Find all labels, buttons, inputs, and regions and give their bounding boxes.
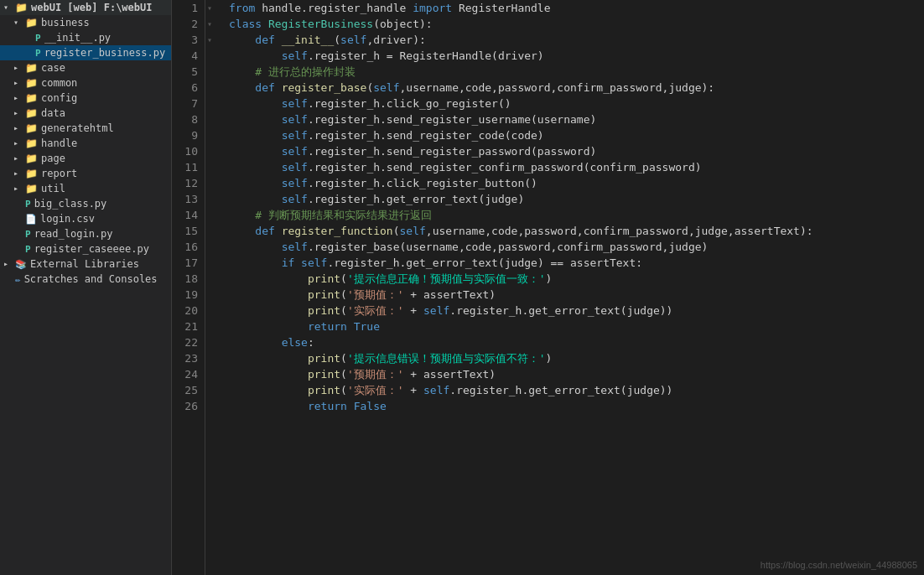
sidebar-item-read_login.py[interactable]: Pread_login.py (0, 226, 171, 241)
folder-icon: 📁 (25, 62, 38, 74)
code-line-23: print('提示信息错误！预期值与实际值不符：') (229, 350, 917, 366)
folder-arrow (13, 78, 23, 88)
item-label: handle (41, 137, 77, 149)
gutter-6: ▾ (207, 16, 221, 32)
sidebar-item-handle[interactable]: 📁handle (0, 136, 171, 151)
item-label: business (41, 17, 90, 28)
gutter-3: ▾ (207, 0, 221, 16)
sidebar-item-page[interactable]: 📁page (0, 151, 171, 166)
folder-arrow (13, 108, 23, 118)
code-lines[interactable]: from handle.register_handle import Regis… (222, 0, 924, 575)
line-number-24: 24 (172, 366, 198, 382)
sidebar-item-__init__.py[interactable]: P__init__.py (0, 30, 171, 45)
folder-icon: 📁 (25, 153, 38, 164)
line-number-12: 12 (172, 175, 198, 191)
line-number-8: 8 (172, 111, 198, 127)
item-label: data (41, 107, 65, 119)
folder-arrow (13, 18, 23, 28)
sidebar-item-login.csv[interactable]: 📄login.csv (0, 211, 171, 226)
item-label: config (41, 92, 77, 104)
gutter: ▾▾▾ (205, 0, 222, 575)
folder-icon: 📁 (25, 77, 38, 89)
py-icon: P (25, 199, 31, 210)
line-number-4: 4 (172, 48, 198, 64)
line-number-9: 9 (172, 127, 198, 143)
ext-arrow (3, 259, 13, 269)
code-line-18: print('提示信息正确！预期值与实际值一致：') (229, 271, 917, 287)
code-line-3: def __init__(self,driver): (229, 32, 917, 48)
item-label: big_class.py (34, 198, 107, 210)
folder-icon: 📁 (25, 168, 38, 179)
root-label: webUI [web] F:\webUI (31, 2, 153, 13)
code-line-25: print('实际值：' + self.register_h.get_error… (229, 382, 917, 398)
sidebar-item-generatehtml[interactable]: 📁generatehtml (0, 121, 171, 136)
code-content: 1234567891011121314151617181920212223242… (172, 0, 924, 575)
folder-icon: 📁 (25, 137, 38, 149)
folder-arrow (13, 138, 23, 148)
line-number-14: 14 (172, 207, 198, 223)
code-line-5: # 进行总的操作封装 (229, 64, 917, 80)
file-tree: 📁businessP__init__.pyPregister_business.… (0, 15, 171, 287)
code-line-12: self.register_h.click_register_button() (229, 175, 917, 191)
item-label: common (41, 77, 77, 89)
sidebar-item-report[interactable]: 📁report (0, 166, 171, 181)
sidebar-item-business[interactable]: 📁business (0, 15, 171, 30)
sidebar-item-register_caseeee.py[interactable]: Pregister_caseeee.py (0, 241, 171, 256)
code-line-20: print('实际值：' + self.register_h.get_error… (229, 303, 917, 319)
code-line-24: print('预期值：' + assertText) (229, 366, 917, 382)
folder-arrow (13, 63, 23, 73)
item-label: register_business.py (44, 47, 166, 59)
code-line-19: print('预期值：' + assertText) (229, 287, 917, 303)
folder-icon: 📁 (25, 17, 38, 28)
sidebar-item-util[interactable]: 📁util (0, 181, 171, 196)
line-number-19: 19 (172, 287, 198, 303)
ext-icon: 📚 (15, 259, 27, 270)
line-number-1: 1 (172, 0, 198, 16)
py-icon: P (35, 48, 41, 59)
sidebar-item-common[interactable]: 📁common (0, 75, 171, 91)
code-line-14: # 判断预期结果和实际结果进行返回 (229, 207, 917, 223)
sidebar-item-config[interactable]: 📁config (0, 91, 171, 106)
watermark: https://blog.csdn.net/weixin_44988065 (760, 560, 917, 570)
item-label: util (41, 183, 65, 194)
code-line-11: self.register_h.send_register_confirm_pa… (229, 159, 917, 175)
code-line-1: from handle.register_handle import Regis… (229, 0, 917, 16)
line-number-26: 26 (172, 398, 198, 414)
code-line-21: return True (229, 319, 917, 334)
line-number-15: 15 (172, 223, 198, 239)
line-number-6: 6 (172, 80, 198, 96)
sidebar-item-big_class.py[interactable]: Pbig_class.py (0, 196, 171, 211)
line-number-23: 23 (172, 350, 198, 366)
line-number-5: 5 (172, 64, 198, 80)
code-line-17: if self.register_h.get_error_text(judge)… (229, 255, 917, 271)
sidebar-item-data[interactable]: 📁data (0, 106, 171, 121)
csv-icon: 📄 (25, 214, 37, 225)
line-number-17: 17 (172, 255, 198, 271)
folder-icon: 📁 (25, 107, 38, 119)
item-label: page (41, 153, 65, 164)
line-number-3: 3 (172, 32, 198, 48)
sidebar-item-case[interactable]: 📁case (0, 60, 171, 75)
item-label: register_caseeee.py (34, 243, 149, 255)
py-icon: P (25, 229, 31, 240)
folder-arrow (13, 184, 23, 194)
code-line-6: def register_base(self,username,code,pas… (229, 80, 917, 96)
code-line-4: self.register_h = RegisterHandle(driver) (229, 48, 917, 64)
line-numbers: 1234567891011121314151617181920212223242… (172, 0, 205, 575)
sidebar-item-register_business.py[interactable]: Pregister_business.py (0, 45, 171, 60)
line-number-13: 13 (172, 191, 198, 207)
code-line-9: self.register_h.send_register_code(code) (229, 127, 917, 143)
code-line-15: def register_function(self,username,code… (229, 223, 917, 239)
item-label: read_login.py (34, 228, 113, 240)
item-label: __init__.py (44, 32, 111, 44)
root-folder-icon: 📁 (15, 2, 28, 13)
sidebar-root[interactable]: 📁 webUI [web] F:\webUI (0, 0, 171, 15)
item-label: External Libraries (30, 258, 139, 270)
sidebar-item-scratches[interactable]: ✏️Scratches and Consoles (0, 272, 171, 287)
code-line-22: else: (229, 334, 917, 350)
sidebar-item-external-libraries[interactable]: 📚External Libraries (0, 256, 171, 272)
scratch-icon: ✏️ (15, 274, 21, 285)
line-number-2: 2 (172, 16, 198, 32)
item-label: report (41, 168, 77, 179)
code-line-8: self.register_h.send_register_username(u… (229, 111, 917, 127)
